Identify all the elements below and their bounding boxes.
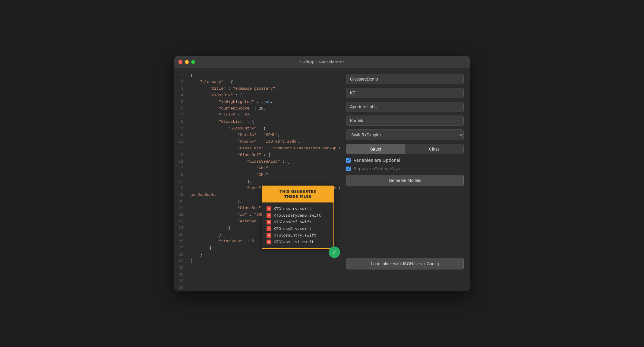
list-item: S KTGlossary.swift — [267, 205, 329, 212]
variables-optional-checkbox[interactable] — [346, 158, 351, 163]
code-area: 1 23456789101112131415161718192021222324… — [174, 72, 340, 291]
author-input[interactable] — [346, 116, 464, 126]
list-item: S KTGlossDef.swift — [267, 219, 329, 225]
popup-header-line2: THESE FILES — [284, 195, 311, 199]
model-name-input[interactable] — [346, 74, 464, 84]
maximize-button[interactable] — [191, 60, 195, 64]
swift-file-icon: S — [267, 220, 271, 224]
file-name: KTGlossDef.swift — [274, 220, 311, 224]
file-name: KTGlossList.swift — [274, 240, 314, 244]
file-name: KTGlossDiv.swift — [274, 226, 311, 231]
swift-file-icon: S — [267, 226, 271, 231]
window-title: SwiftyJSONAccelerator — [300, 60, 344, 64]
settings-panel: Swift 5 (Simple) Swift 4 Swift 3 Obj-C S… — [340, 68, 470, 291]
swift-file-icon: S — [267, 233, 271, 238]
struct-class-toggle: Struct Class — [346, 144, 464, 154]
file-name: KTGlossEntry.swift — [274, 233, 316, 237]
variables-optional-row: Variables are Optional — [346, 158, 464, 163]
files-popup: THIS GENERATES THESE FILES S KTGlossary.… — [262, 186, 334, 249]
file-name: KTGlossaryDemo.swift — [274, 213, 321, 218]
code-panel: 1 23456789101112131415161718192021222324… — [174, 68, 340, 291]
prefix-input[interactable] — [346, 88, 464, 98]
separate-coding-keys-label: Separate Coding Keys — [354, 166, 400, 171]
line-numbers: 1 23456789101112131415161718192021222324… — [174, 72, 186, 291]
load-folder-button[interactable]: Load folder with JSON files + Config — [346, 258, 464, 269]
app-window: SwiftyJSONAccelerator 1 2345678910111213… — [174, 56, 470, 291]
swift-file-icon: S — [267, 240, 271, 244]
separate-coding-keys-row: Separate Coding Keys — [346, 166, 464, 171]
popup-header-line1: THIS GENERATES — [279, 189, 316, 194]
minimize-button[interactable] — [185, 60, 189, 64]
list-item: S KTGlossEntry.swift — [267, 232, 329, 239]
file-name: KTGlossary.swift — [274, 206, 311, 211]
code-content: { "glossary" : { "title" : "example glos… — [186, 72, 340, 291]
generate-models-button[interactable]: Generate Models — [346, 175, 464, 186]
swift-file-icon: S — [267, 213, 271, 218]
main-content: 1 23456789101112131415161718192021222324… — [174, 68, 470, 291]
titlebar: SwiftyJSONAccelerator — [174, 56, 470, 68]
popup-header: THIS GENERATES THESE FILES — [262, 186, 333, 202]
spacer — [346, 190, 464, 254]
separate-coding-keys-checkbox[interactable] — [346, 167, 351, 171]
language-select[interactable]: Swift 5 (Simple) Swift 4 Swift 3 Obj-C — [346, 129, 464, 140]
traffic-lights — [178, 60, 195, 64]
struct-toggle-button[interactable]: Struct — [346, 144, 405, 154]
class-toggle-button[interactable]: Class — [405, 144, 464, 154]
list-item: S KTGlossList.swift — [267, 239, 329, 245]
list-item: S KTGlossDiv.swift — [267, 225, 329, 232]
swift-file-icon: S — [267, 206, 271, 211]
variables-optional-label: Variables are Optional — [354, 158, 400, 163]
bottom-spacer — [346, 273, 464, 285]
popup-container: THIS GENERATES THESE FILES S KTGlossary.… — [262, 186, 334, 249]
list-item: S KTGlossaryDemo.swift — [267, 212, 329, 219]
success-badge: ✓ — [329, 247, 340, 258]
close-button[interactable] — [178, 60, 182, 64]
company-input[interactable] — [346, 102, 464, 112]
popup-files: S KTGlossary.swift S KTGlossaryDemo.swif… — [262, 202, 333, 248]
